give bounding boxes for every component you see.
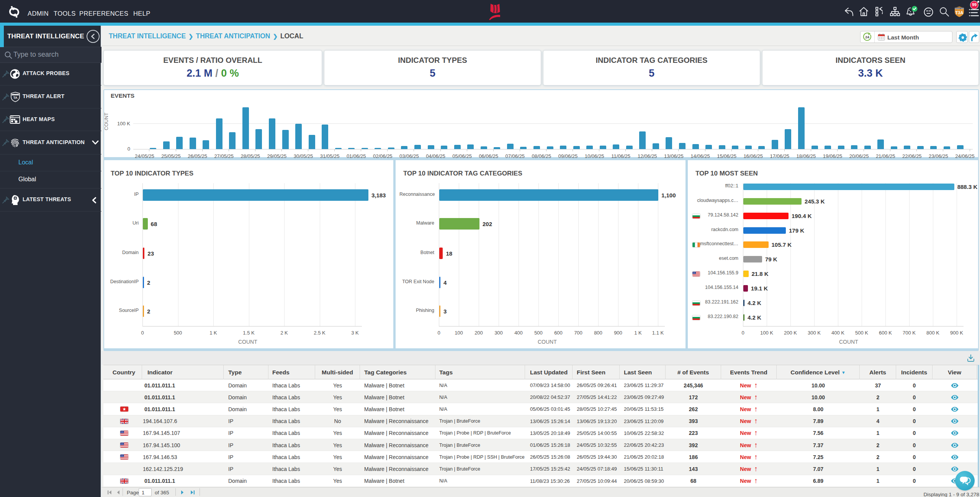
svg-text:T3A: T3A [955, 10, 964, 15]
svg-text:THREAT LABS: THREAT LABS [955, 8, 964, 10]
svg-text:24: 24 [865, 35, 869, 39]
svg-text:TA: TA [13, 96, 18, 100]
